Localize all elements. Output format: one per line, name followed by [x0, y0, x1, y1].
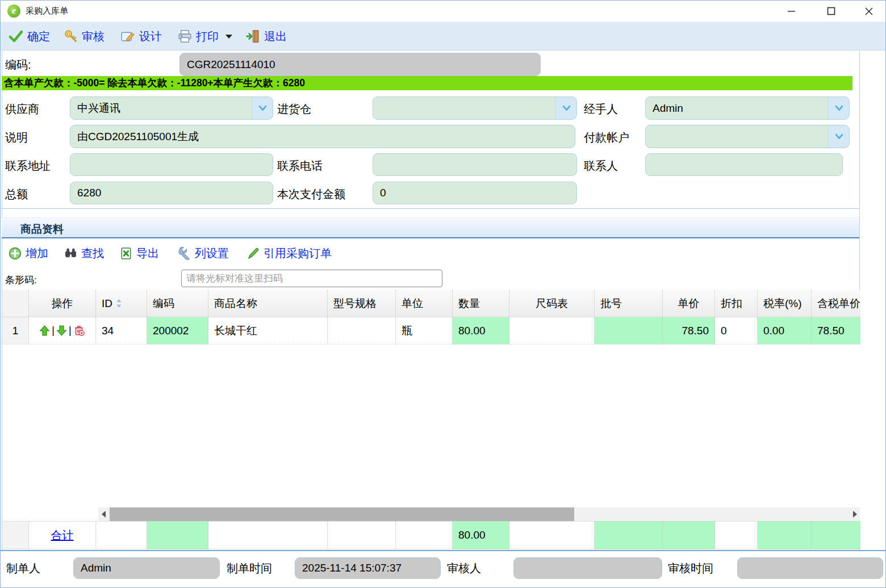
- phone-label: 联系电话: [277, 158, 323, 174]
- grid-bottom-border: [1, 550, 886, 551]
- code-field[interactable]: CGR20251114010: [179, 53, 541, 76]
- move-up-icon[interactable]: [39, 325, 50, 336]
- contact-field[interactable]: [645, 153, 843, 176]
- total-amount-field[interactable]: 6280: [70, 182, 273, 204]
- note-value: 由CGD20251105001生成: [77, 129, 199, 144]
- pay-account-combo[interactable]: [645, 125, 850, 148]
- cell-discount[interactable]: 0: [715, 317, 758, 345]
- header-tax-rate: 税率(%): [758, 290, 812, 317]
- address-label: 联系地址: [5, 158, 51, 174]
- close-button[interactable]: [854, 1, 884, 22]
- reference-purchase-order-label: 引用采购订单: [264, 246, 332, 261]
- add-row-button[interactable]: 增加: [9, 245, 48, 262]
- cell-qty[interactable]: 80.00: [453, 317, 509, 345]
- handler-combo-arrow[interactable]: [828, 97, 849, 119]
- supplier-combo-arrow[interactable]: [252, 97, 273, 119]
- exit-door-icon: [246, 30, 260, 43]
- audit-button[interactable]: 审核: [64, 28, 105, 45]
- design-label: 设计: [139, 29, 162, 44]
- pay-now-label: 本次支付金额: [277, 187, 345, 202]
- table-row: 1 | | 34 20000: [2, 317, 860, 345]
- header-product-name: 商品名称: [208, 290, 328, 317]
- header-price-with-tax: 含税单价: [812, 290, 860, 317]
- phone-field[interactable]: [373, 153, 577, 176]
- binoculars-icon: [64, 247, 77, 259]
- cell-code[interactable]: 200002: [147, 317, 208, 345]
- cell-id: 34: [96, 317, 147, 345]
- column-settings-label: 列设置: [195, 246, 229, 261]
- supplier-value: 中兴通讯: [70, 101, 252, 116]
- chevron-down-icon: [562, 105, 571, 111]
- reference-purchase-order-button[interactable]: 引用采购订单: [247, 245, 332, 262]
- print-icon: [178, 30, 192, 43]
- supplier-combo[interactable]: 中兴通讯: [70, 96, 273, 120]
- barcode-input[interactable]: [181, 270, 442, 287]
- chevron-down-icon: [835, 105, 843, 111]
- scrollbar-thumb[interactable]: [110, 507, 574, 521]
- pay-account-combo-arrow[interactable]: [828, 125, 849, 148]
- auditor-field: [513, 557, 662, 579]
- total-cell-name: [208, 521, 328, 549]
- maximize-button[interactable]: [817, 1, 845, 22]
- grid-total-row: 合计 80.00: [2, 521, 860, 549]
- header-qty: 数量: [453, 290, 509, 317]
- scroll-left-button[interactable]: [98, 507, 108, 521]
- products-section-header: 商品资料: [2, 217, 859, 238]
- confirm-button[interactable]: 确定: [9, 28, 50, 45]
- products-section-title: 商品资料: [20, 222, 64, 237]
- add-row-label: 增加: [26, 246, 48, 261]
- total-cell-discount: [715, 521, 758, 549]
- pay-now-field[interactable]: 0: [373, 182, 577, 204]
- warehouse-label: 进货仓: [277, 102, 311, 117]
- horizontal-scrollbar[interactable]: [98, 507, 860, 521]
- scroll-right-icon: [853, 511, 857, 518]
- warehouse-combo-arrow[interactable]: [555, 97, 576, 119]
- grid-empty-area: [2, 345, 860, 507]
- minimize-icon: [787, 7, 796, 15]
- close-icon: [864, 7, 874, 16]
- move-down-icon[interactable]: [56, 325, 67, 336]
- create-time-value: 2025-11-14 15:07:37: [302, 562, 402, 574]
- total-cell-tax: [758, 521, 812, 549]
- total-link[interactable]: 合计: [51, 528, 74, 543]
- print-dropdown-arrow[interactable]: [225, 28, 232, 45]
- handler-combo[interactable]: Admin: [645, 96, 850, 120]
- design-button[interactable]: 设计: [121, 28, 162, 45]
- chevron-down-icon: [835, 133, 843, 140]
- cell-batch[interactable]: [595, 317, 663, 345]
- create-time-label: 制单时间: [227, 561, 272, 576]
- exit-label: 退出: [264, 29, 287, 44]
- address-field[interactable]: [70, 153, 273, 176]
- total-cell-id: [96, 521, 147, 549]
- column-settings-button[interactable]: 列设置: [178, 245, 229, 262]
- pay-account-label: 付款帐户: [584, 130, 629, 145]
- total-cell-batch: [595, 521, 663, 549]
- total-cell-code: [147, 521, 208, 549]
- code-label: 编码:: [5, 57, 31, 73]
- main-toolbar: 确定 审核 设计 打印: [1, 22, 885, 51]
- print-button[interactable]: 打印: [178, 28, 219, 45]
- cell-tax-rate[interactable]: 0.00: [758, 317, 812, 345]
- find-button[interactable]: 查找: [64, 245, 104, 262]
- exit-button[interactable]: 退出: [246, 28, 287, 45]
- cell-unit-price[interactable]: 78.50: [663, 317, 715, 345]
- minimize-button[interactable]: [778, 1, 805, 22]
- delete-row-icon[interactable]: [73, 325, 85, 337]
- contact-label: 联系人: [584, 158, 618, 174]
- header-size-chart: 尺码表: [509, 290, 595, 317]
- warehouse-combo[interactable]: [373, 96, 577, 120]
- debt-summary-bar: 含本单产欠款：-5000= 除去本单欠款：-11280+本单产生欠款：6280: [2, 76, 852, 90]
- creator-field: Admin: [73, 557, 220, 579]
- caret-down-icon: [225, 35, 232, 39]
- cell-price-with-tax[interactable]: 78.50: [812, 317, 860, 345]
- cell-product-name: 长城干红: [208, 317, 328, 345]
- design-icon: [121, 30, 135, 43]
- scroll-right-button[interactable]: [850, 507, 860, 521]
- header-id-sortable[interactable]: ID: [96, 290, 147, 317]
- find-label: 查找: [81, 246, 104, 261]
- check-icon: [9, 30, 23, 43]
- export-button[interactable]: 导出: [120, 245, 159, 262]
- audit-time-field: [737, 557, 883, 579]
- total-cell-price: [663, 521, 715, 549]
- note-field[interactable]: 由CGD20251105001生成: [70, 125, 575, 148]
